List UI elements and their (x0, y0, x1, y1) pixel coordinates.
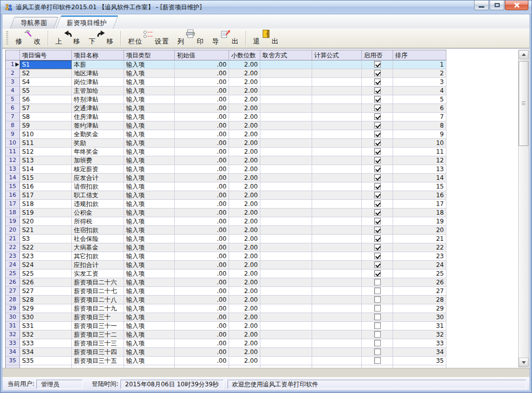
grid-corner-cell[interactable] (6, 50, 20, 60)
cell-code[interactable]: S5 (20, 87, 72, 95)
enabled-checkbox[interactable] (374, 244, 381, 251)
cell-formula[interactable] (312, 139, 362, 148)
cell-decimals[interactable]: 2.00 (229, 113, 260, 121)
cell-decimals[interactable]: 2.00 (229, 165, 260, 174)
cell-name[interactable]: 交通津贴 (72, 104, 124, 113)
cell-formula[interactable] (312, 357, 362, 365)
row-number-cell[interactable]: 13 (6, 165, 20, 174)
enabled-checkbox[interactable] (374, 131, 381, 137)
cell-type[interactable]: 输入项 (124, 278, 175, 287)
enabled-checkbox[interactable] (374, 305, 381, 312)
maximize-button[interactable] (489, 1, 504, 10)
cell-name[interactable]: 本薪 (72, 60, 124, 69)
cell-name[interactable]: 核定薪资 (72, 165, 124, 174)
enabled-checkbox[interactable] (374, 105, 381, 111)
cell-decimals[interactable]: 2.00 (229, 261, 260, 270)
cell-decimals[interactable]: 2.00 (229, 130, 260, 139)
cell-code[interactable]: S33 (20, 339, 72, 348)
cell-type[interactable]: 输入项 (124, 200, 175, 209)
enabled-checkbox[interactable] (374, 157, 381, 163)
cell-code[interactable]: S32 (20, 330, 72, 339)
cell-formula[interactable] (312, 278, 362, 287)
enabled-checkbox[interactable] (374, 122, 381, 129)
cell-init[interactable]: .00 (175, 313, 229, 322)
cell-init[interactable]: .00 (175, 165, 229, 174)
cell-decimals[interactable]: 2.00 (229, 243, 260, 252)
cell-formula[interactable] (312, 296, 362, 304)
cell-type[interactable]: 输入项 (124, 339, 175, 348)
cell-type[interactable]: 输入项 (124, 104, 175, 113)
title-bar[interactable]: 追风工资单打印软件2015.01 【追风软件工作室】 - [薪资项目维护] (1, 1, 531, 14)
enabled-checkbox[interactable] (374, 235, 381, 242)
cell-order[interactable]: 20 (393, 226, 446, 235)
cell-formula[interactable] (312, 78, 362, 87)
cell-rounding[interactable] (260, 209, 312, 217)
cell-rounding[interactable] (260, 304, 312, 313)
row-number-cell[interactable]: 7 (6, 113, 20, 121)
cell-formula[interactable] (312, 200, 362, 209)
cell-enabled[interactable] (362, 174, 393, 182)
cell-enabled[interactable] (362, 330, 393, 339)
cell-init[interactable]: .00 (175, 139, 229, 148)
cell-enabled[interactable] (362, 252, 393, 261)
enabled-checkbox[interactable] (374, 61, 381, 68)
cell-code[interactable]: S21 (20, 226, 72, 235)
print-button[interactable]: 列 印 (173, 30, 208, 47)
cell-type[interactable]: 输入项 (124, 95, 175, 104)
cell-rounding[interactable] (260, 130, 312, 139)
cell-order[interactable]: 11 (393, 148, 446, 156)
cell-enabled[interactable] (362, 182, 393, 191)
cell-decimals[interactable]: 2.00 (229, 78, 260, 87)
cell-init[interactable]: .00 (175, 270, 229, 278)
row-number-cell[interactable]: 16 (6, 191, 20, 200)
cell-code[interactable]: S18 (20, 200, 72, 209)
cell-type[interactable]: 输入项 (124, 156, 175, 165)
cell-name[interactable]: 薪资项目二十六 (72, 278, 124, 287)
cell-name[interactable]: 全勤奖金 (72, 130, 124, 139)
cell-type[interactable]: 输入项 (124, 357, 175, 365)
cell-decimals[interactable]: 2.00 (229, 296, 260, 304)
cell-name[interactable]: 特别津贴 (72, 95, 124, 104)
enabled-checkbox[interactable] (374, 174, 381, 181)
field-settings-button[interactable]: 栏位 设置 (124, 30, 173, 47)
cell-name[interactable]: 主管加给 (72, 87, 124, 95)
cell-type[interactable]: 输入项 (124, 322, 175, 330)
row-number-cell[interactable]: 6 (6, 104, 20, 113)
enabled-checkbox[interactable] (374, 314, 381, 320)
cell-name[interactable]: 其它扣款 (72, 252, 124, 261)
enabled-checkbox[interactable] (374, 270, 381, 277)
cell-init[interactable]: .00 (175, 69, 229, 78)
enabled-checkbox[interactable] (374, 166, 381, 172)
cell-name[interactable]: 住房津贴 (72, 113, 124, 121)
row-number-cell[interactable]: 14 (6, 174, 20, 182)
cell-code[interactable]: S30 (20, 313, 72, 322)
column-header-enabled[interactable]: 启用否 (362, 50, 393, 60)
cell-rounding[interactable] (260, 174, 312, 182)
cell-enabled[interactable] (362, 304, 393, 313)
cell-type[interactable]: 输入项 (124, 69, 175, 78)
cell-name[interactable]: 大病基金 (72, 243, 124, 252)
cell-type[interactable]: 输入项 (124, 217, 175, 226)
row-number-cell[interactable]: 17 (6, 200, 20, 209)
cell-order[interactable]: 10 (393, 139, 446, 148)
row-number-cell[interactable]: 29 (6, 304, 20, 313)
cell-decimals[interactable]: 2.00 (229, 87, 260, 95)
cell-decimals[interactable]: 2.00 (229, 330, 260, 339)
enabled-checkbox[interactable] (374, 348, 381, 355)
cell-code[interactable]: S25 (20, 270, 72, 278)
cell-name[interactable]: 应扣合计 (72, 261, 124, 270)
cell-decimals[interactable]: 2.00 (229, 95, 260, 104)
cell-code[interactable]: S29 (20, 304, 72, 313)
cell-init[interactable]: .00 (175, 235, 229, 243)
enabled-checkbox[interactable] (374, 287, 381, 294)
row-number-cell[interactable]: 20 (6, 226, 20, 235)
cell-enabled[interactable] (362, 200, 393, 209)
cell-enabled[interactable] (362, 87, 393, 95)
cell-formula[interactable] (312, 174, 362, 182)
cell-code[interactable]: S27 (20, 287, 72, 296)
cell-type[interactable]: 输入项 (124, 330, 175, 339)
cell-code[interactable]: S14 (20, 165, 72, 174)
cell-formula[interactable] (312, 87, 362, 95)
cell-decimals[interactable]: 2.00 (229, 60, 260, 69)
close-button[interactable] (505, 1, 528, 10)
